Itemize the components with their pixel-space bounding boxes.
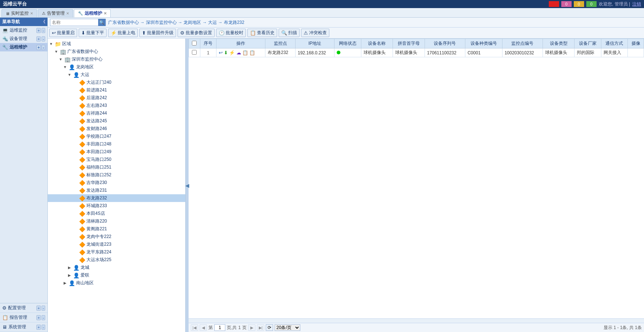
bottom-nav: ⚙ 配置管理 + - 📋 报告管理 + - 🖥 系统管理 + (0, 303, 47, 332)
tree-toggle-guangdong[interactable]: ▼ (54, 49, 59, 54)
tab-realtime-close[interactable]: ✕ (30, 11, 33, 15)
row-type-code: C0001 (465, 48, 502, 57)
tree-item-220[interactable]: 🔶清林路220 (48, 217, 185, 225)
op-power[interactable]: ⚡ (229, 50, 235, 55)
tab-remote[interactable]: 🔧 远程维护 ✕ (74, 9, 111, 17)
tree-item-248[interactable]: 🔶丰田路口248 (48, 140, 185, 148)
nav-item-remote-monitor[interactable]: 💻 远维监控 + - (0, 26, 47, 35)
tree-item-223[interactable]: 🔶龙城街道223 (48, 241, 185, 248)
tree-item-246[interactable]: 🔶发财路246 (48, 125, 185, 133)
op-down[interactable]: ⬇ (224, 50, 228, 55)
tab-realtime[interactable]: 🖥 实时监控 ✕ (1, 9, 37, 17)
tree-item-251[interactable]: 🔶福特路口251 (48, 163, 185, 171)
tree-item-241[interactable]: 🔶前进路241 (48, 86, 185, 94)
conflict-check-btn[interactable]: ⚠ 冲突检查 (301, 29, 329, 37)
batch-power-btn[interactable]: ⚡ 批量上电 (108, 29, 138, 37)
tree-item-230[interactable]: 🔶吉华路230 (48, 179, 185, 187)
nav-item-actions-1: + - (36, 36, 45, 42)
op-restart[interactable]: ↩ (219, 50, 223, 55)
tree-item-221[interactable]: 🔶黄阁路221 (48, 225, 185, 233)
tree-item-225[interactable]: 🔶大运水场225 (48, 256, 185, 264)
tree-item-233[interactable]: 🔶环城路233 (48, 202, 185, 210)
tree-toggle-zone[interactable]: ▼ (49, 42, 54, 47)
op-settings1[interactable]: 📋 (242, 50, 248, 55)
col-manufacturer: 设备厂家 (575, 39, 601, 48)
toggle-nanshan[interactable]: ▶ (62, 281, 68, 286)
nav-minus-btn-2[interactable]: - (42, 45, 45, 50)
system-add-btn[interactable]: + (36, 325, 41, 330)
tree-item-250[interactable]: 🔶宝马路口250 (48, 156, 185, 163)
first-page-btn[interactable]: |◀ (191, 324, 198, 331)
config-minus-btn[interactable]: - (42, 306, 45, 311)
nav-add-btn-0[interactable]: + (36, 28, 41, 33)
nav-config-mgmt[interactable]: ⚙ 配置管理 + - (0, 303, 47, 313)
toggle-ailian[interactable]: ▶ (67, 273, 72, 278)
tree-item-dayun[interactable]: ▼ 👤 大运 (48, 71, 185, 79)
tree-item-zone[interactable]: ▼ 📁 区域 (48, 40, 185, 48)
col-monitor-code: 监控点编号 (502, 39, 543, 48)
tree-item-247[interactable]: 🔶学校路口247 (48, 133, 185, 140)
collapse-handle[interactable]: ◀ (186, 39, 189, 332)
page-number-input[interactable] (214, 324, 225, 331)
nav-item-device-mgmt[interactable]: 🔩 设备管理 + - (0, 35, 47, 43)
system-minus-btn[interactable]: - (42, 325, 45, 330)
tab-alarm[interactable]: ⚠ 告警管理 ✕ (38, 9, 73, 17)
row-checkbox[interactable] (192, 50, 197, 55)
per-page-select[interactable]: 10条/页 20条/页 50条/页 100条/页 (275, 324, 300, 331)
op-settings2[interactable]: 📋 (249, 50, 255, 55)
nav-system-mgmt[interactable]: 🖥 系统管理 + - (0, 322, 47, 332)
nav-add-btn-2[interactable]: + (36, 45, 41, 50)
view-history-btn[interactable]: 📋 查看历史 (247, 29, 277, 37)
content-wrapper: ▼ 📁 区域 ▼ 🏢 广东省数据中心 ▼ 🏢 深圳市监控中心 (48, 39, 644, 332)
batch-params-btn[interactable]: ⚙ 批量参数设置 (178, 29, 215, 37)
tree-item-252[interactable]: 🔶标致路口252 (48, 171, 185, 179)
last-page-btn[interactable]: ▶| (257, 324, 264, 331)
prev-page-btn[interactable]: ◀ (200, 324, 207, 331)
nav-minus-btn-1[interactable]: - (42, 36, 45, 42)
search-input[interactable] (50, 20, 98, 25)
tree-item-guangdong[interactable]: ▼ 🏢 广东省数据中心 (48, 48, 185, 55)
tab-alarm-close[interactable]: ✕ (66, 11, 69, 15)
tree-item-244[interactable]: 🔶吉祥路244 (48, 109, 185, 117)
tree-item-232[interactable]: 🔶布龙路232 (48, 194, 185, 202)
tree-toggle-dayun[interactable]: ▼ (67, 72, 72, 77)
logout-link[interactable]: 注销 (632, 1, 641, 7)
tree-item-ailian[interactable]: ▶ 👤 爱联 (48, 271, 185, 279)
batch-down-btn[interactable]: ⬇ 批量下平 (79, 29, 107, 37)
report-minus-btn[interactable]: - (42, 315, 45, 320)
report-add-btn[interactable]: + (36, 315, 41, 320)
tree-item-242[interactable]: 🔶后退路242 (48, 94, 185, 102)
content-area: 🔍 广东省数据中心 → 深圳市监控中心 → 龙岗地区 → 大运 → 布龙路232… (48, 18, 644, 332)
search-button[interactable]: 🔍 (98, 19, 105, 26)
select-all-checkbox[interactable] (192, 41, 197, 46)
op-cloud[interactable]: ☁ (236, 50, 241, 55)
refresh-btn[interactable]: ⟳ (266, 324, 273, 331)
tree-item-shenzhen[interactable]: ▼ 🏢 深圳市监控中心 (48, 55, 185, 63)
tree-item-222[interactable]: 🔶龙肉中专222 (48, 233, 185, 241)
tree-item-nanshan[interactable]: ▶ 👤 南山地区 (48, 279, 185, 287)
nav-minus-btn-0[interactable]: - (42, 28, 45, 33)
batch-firmware-btn[interactable]: ⬆ 批量固件升级 (139, 29, 176, 37)
nav-item-remote-maint[interactable]: 🔧 远程维护 + - (0, 43, 47, 51)
nav-report-mgmt[interactable]: 📋 报告管理 + - (0, 313, 47, 322)
tree-toggle-longgang[interactable]: ▼ (62, 65, 68, 70)
batch-restart-btn[interactable]: ↩ 批量重启 (49, 29, 77, 37)
tree-item-243[interactable]: 🔶左右路243 (48, 102, 185, 109)
tree-item-231[interactable]: 🔶发达路231 (48, 187, 185, 194)
nav-add-btn-1[interactable]: + (36, 36, 41, 42)
tree-item-245[interactable]: 🔶发达路245 (48, 117, 185, 125)
tree-item-longcheng[interactable]: ▶ 👤 龙城 (48, 264, 185, 271)
batch-time-btn[interactable]: 🕐 批量校时 (216, 29, 246, 37)
config-add-btn[interactable]: + (36, 306, 41, 311)
tree-item-240[interactable]: 🔶大运正门240 (48, 79, 185, 86)
next-page-btn[interactable]: ▶ (248, 324, 255, 331)
tree-item-honda4s[interactable]: 🔶本田4S店 (48, 210, 185, 217)
tree-item-249[interactable]: 🔶本田路口249 (48, 148, 185, 156)
tree-toggle-shenzhen[interactable]: ▼ (58, 57, 63, 62)
tree-item-224[interactable]: 🔶龙平东路224 (48, 248, 185, 256)
toggle-longcheng[interactable]: ▶ (67, 265, 72, 270)
tab-remote-close[interactable]: ✕ (104, 11, 107, 15)
scan-btn[interactable]: 🔍 扫描 (279, 29, 300, 37)
tree-item-longgang[interactable]: ▼ 👤 龙岗地区 (48, 63, 185, 71)
nav-collapse-btn[interactable]: 《 (41, 19, 45, 25)
